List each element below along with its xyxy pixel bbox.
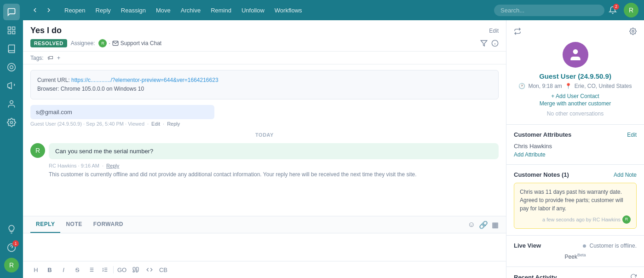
customer-notes-title: Customer Notes (1) [514,171,569,178]
format-s-button[interactable]: S [72,264,83,275]
reply-toolbar-icons: ☺ 🔗 ▦ [468,220,499,229]
move-button[interactable]: Move [151,5,175,16]
topbar: Reopen Reply Reassign Move Archive Remin… [23,0,644,20]
svg-point-6 [10,101,13,104]
format-h-button[interactable]: H [30,264,41,275]
svg-rect-1 [12,27,15,30]
sidebar-item-help[interactable]: 1 [3,239,20,256]
sidebar-item-contacts[interactable] [3,96,20,112]
info-icon[interactable] [491,40,499,47]
help-badge: 1 [12,240,19,247]
remind-button[interactable]: Remind [206,5,236,16]
sidebar-item-megaphone[interactable] [3,77,20,94]
recent-activity-section: Recent Activity 🌐 Visited https:// [506,267,644,278]
reply-message-link[interactable]: Reply [167,121,180,127]
format-cb-button[interactable]: CB [158,264,169,275]
sidebar-item-settings[interactable] [3,114,20,131]
tab-reply[interactable]: REPLY [30,216,60,233]
svg-marker-10 [481,41,487,46]
back-button[interactable] [29,4,41,17]
notifications-button[interactable]: 2 [605,3,620,17]
live-view-section: Live View Customer is offline. PeekBeta [506,236,644,267]
forward-button[interactable] [42,4,55,17]
customer-attr-name: Chris Hawkins [514,143,637,150]
sidebar-item-chat[interactable] [3,4,20,20]
add-attribute-link[interactable]: Add Attribute [514,151,637,158]
live-view-status: Customer is offline. [583,243,637,249]
svg-rect-0 [8,27,11,30]
right-panel: Guest User (24.9.50.9) 🕐 Mon, 9:18 am 📍 … [506,20,644,278]
search-input[interactable] [494,5,604,16]
customer-attributes-section: Customer Attributes Edit Chris Hawkins A… [506,125,644,165]
browser-info: Browser: Chrome 105.0.0.0 on Windows 10 [37,85,492,93]
reply-button[interactable]: Reply [91,5,115,16]
format-quote-button[interactable] [130,264,141,275]
user-card: Guest User (24.9.50.9) 🕐 Mon, 9:18 am 📍 … [506,20,644,125]
tags-label: Tags: [30,55,44,61]
edit-title-link[interactable]: Edit [489,28,499,34]
tags-row: Tags: 🏷 + [23,52,506,64]
attachment-icon[interactable]: ▦ [492,220,499,229]
svg-point-23 [632,30,634,32]
format-ol-button[interactable] [99,264,110,275]
merge-customer-link[interactable]: Merge with another customer [514,100,637,107]
sidebar-item-dashboard[interactable] [3,22,20,39]
url-link[interactable]: https://c............./?elementor-previe… [71,77,218,83]
add-user-contact-link[interactable]: + Add User Contact [514,93,637,99]
tab-forward[interactable]: FORWARD [88,216,129,233]
sidebar-item-bulb[interactable] [3,221,20,237]
live-view-title: Live View [514,242,541,249]
add-note-link[interactable]: Add Note [614,172,637,178]
archive-button[interactable]: Archive [176,5,205,16]
reassign-button[interactable]: Reassign [116,5,150,16]
sidebar-user-avatar[interactable]: R [4,258,19,272]
user-settings-icon[interactable] [629,28,637,36]
reply-tabs: REPLY NOTE FORWARD ☺ 🔗 ▦ [23,216,506,233]
main-area: Yes I do Edit RESOLVED Assignee: R · Sup… [23,20,644,278]
agent-reply-link[interactable]: Reply [106,163,119,168]
assignee-label: Assignee: [71,40,95,46]
sidebar-item-circle[interactable] [3,59,20,75]
svg-rect-3 [12,31,15,34]
format-go-button[interactable]: GO [116,264,127,275]
format-code-button[interactable] [144,264,155,275]
agent-message-row: R Can you send me the serial number? [30,143,499,159]
svg-point-5 [10,66,13,69]
format-i-button[interactable]: I [58,264,69,275]
unfollow-button[interactable]: Unfollow [237,5,269,16]
user-card-toggle[interactable] [514,28,521,36]
resolved-badge: RESOLVED [30,39,67,47]
reply-editor[interactable] [23,233,506,261]
recent-activity-title: Recent Activity [514,274,557,278]
edit-message-link[interactable]: Edit [151,121,160,127]
sidebar: 1 R [0,0,23,278]
emoji-icon[interactable]: ☺ [468,220,475,229]
user-avatar-large [563,42,588,68]
tab-note[interactable]: NOTE [60,216,87,233]
email-bubble: s@gmail.com [30,105,214,119]
link-icon[interactable]: 🔗 [479,220,488,229]
agent-meta: RC Hawkins · 9:16 AM · Reply [49,163,499,168]
refresh-activity-icon[interactable] [630,273,637,278]
format-divider [113,266,114,273]
notification-badge: 2 [613,4,619,10]
topbar-nav [29,4,55,17]
peek-button[interactable]: PeekBeta [514,253,637,260]
format-b-button[interactable]: B [44,264,55,275]
reply-format-bar: H B I S GO CB [23,261,506,278]
format-ul-button[interactable] [86,264,97,275]
sidebar-item-book[interactable] [3,41,20,57]
svg-point-4 [8,64,16,71]
offline-dot [583,244,586,248]
conversation-panel: Yes I do Edit RESOLVED Assignee: R · Sup… [23,20,506,278]
assignee-avatar: R [98,39,107,47]
svg-point-7 [11,122,13,124]
filter-icon[interactable] [480,40,488,47]
note-box: Chris was 11 days past his warranty date… [514,183,637,229]
topbar-user-avatar[interactable]: R [624,3,638,17]
svg-point-24 [573,49,578,54]
workflows-button[interactable]: Workflows [270,5,307,16]
reopen-button[interactable]: Reopen [60,5,90,16]
edit-attributes-link[interactable]: Edit [627,132,637,138]
assignee-name: Support via Chat [121,40,161,46]
